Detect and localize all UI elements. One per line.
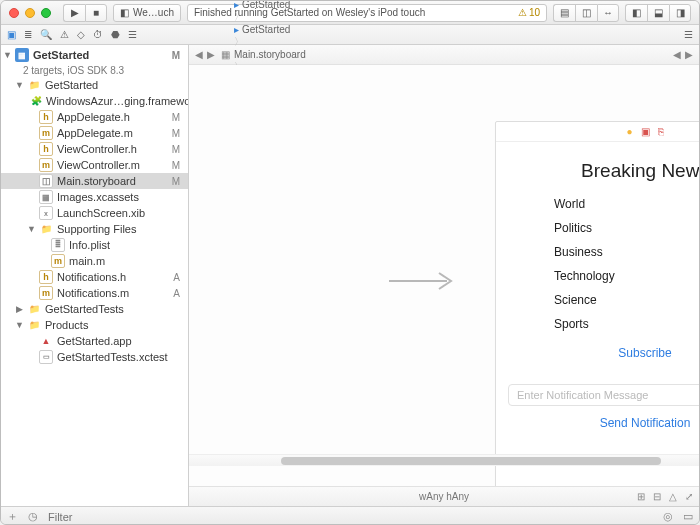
scheme-selector[interactable]: ◧ We…uch — [113, 4, 181, 22]
project-root[interactable]: ▼ ▦ GetStarted M — [1, 47, 188, 63]
storyboard-canvas[interactable]: ● ▣ ⎘ Breaking News WorldPoliticsBusines… — [189, 65, 699, 486]
tree-item-products[interactable]: ▼📁Products — [1, 317, 188, 333]
jumpbar-next-counterpart[interactable]: ▶ — [685, 49, 693, 60]
m-icon: m — [51, 254, 65, 268]
add-button[interactable]: ＋ — [7, 509, 18, 524]
vcs-status: M — [172, 144, 184, 155]
tree-item-label: GetStartedTests — [45, 303, 124, 315]
run-button[interactable]: ▶ — [63, 4, 85, 22]
category-row-politics: Politics — [520, 216, 699, 240]
jumpbar-back-button[interactable]: ◀ — [195, 49, 203, 60]
symbol-navigator-tab[interactable]: ≣ — [24, 29, 32, 40]
tree-item-label: WindowsAzur…ging.framework — [46, 95, 188, 107]
breadcrumb[interactable]: ▸GetStarted — [234, 0, 338, 10]
breadcrumb[interactable]: ▸GetStarted — [234, 24, 338, 35]
disclosure-icon[interactable]: ▶ — [15, 304, 23, 314]
recent-filter-icon[interactable]: ◷ — [28, 510, 38, 523]
tree-item-images-xcassets[interactable]: ▦Images.xcassets — [1, 189, 188, 205]
view-controller-scene[interactable]: ● ▣ ⎘ Breaking News WorldPoliticsBusines… — [495, 121, 699, 486]
stop-button[interactable]: ■ — [85, 4, 107, 22]
standard-editor-button[interactable]: ▤ — [553, 4, 575, 22]
outline-toggle-icon[interactable]: ☰ — [684, 29, 693, 40]
scope-filter-icon[interactable]: ▭ — [683, 510, 693, 523]
canvas-align-icon[interactable]: ⊞ — [637, 491, 645, 502]
h-icon: h — [39, 270, 53, 284]
tree-item-getstartedtests[interactable]: ▶📁GetStartedTests — [1, 301, 188, 317]
tree-item-supporting-files[interactable]: ▼📁Supporting Files — [1, 221, 188, 237]
close-window-button[interactable] — [9, 8, 19, 18]
disclosure-icon[interactable]: ▼ — [3, 50, 11, 60]
send-notification-button[interactable]: Send Notification — [520, 416, 699, 430]
breadcrumb[interactable]: Main.storyboard — [234, 49, 338, 60]
minimize-window-button[interactable] — [25, 8, 35, 18]
root-view[interactable]: Breaking News WorldPoliticsBusinessTechn… — [496, 156, 699, 438]
tree-item-appdelegate-m[interactable]: mAppDelegate.mM — [1, 125, 188, 141]
tree-item-label: ViewController.h — [57, 143, 137, 155]
tree-item-info-plist[interactable]: ≣Info.plist — [1, 237, 188, 253]
tree-item-windowsazur-ging-framework[interactable]: 🧩WindowsAzur…ging.frameworkM — [1, 93, 188, 109]
disclosure-icon[interactable]: ▼ — [15, 80, 23, 90]
tree-item-getstarted-app[interactable]: ▲GetStarted.app — [1, 333, 188, 349]
breakpoint-navigator-tab[interactable]: ⬣ — [111, 29, 120, 40]
category-label[interactable]: Business — [520, 245, 603, 259]
project-navigator-tab[interactable]: ▣ — [7, 29, 16, 40]
category-label[interactable]: Science — [520, 293, 597, 307]
zoom-window-button[interactable] — [41, 8, 51, 18]
notification-message-field[interactable]: Enter Notification Message — [508, 384, 699, 406]
tree-item-launchscreen-xib[interactable]: xLaunchScreen.xib — [1, 205, 188, 221]
report-navigator-tab[interactable]: ☰ — [128, 29, 137, 40]
find-navigator-tab[interactable]: 🔍 — [40, 29, 52, 40]
first-responder-icon[interactable]: ▣ — [641, 126, 650, 137]
canvas-resolve-icon[interactable]: △ — [669, 491, 677, 502]
tree-item-main-m[interactable]: mmain.m — [1, 253, 188, 269]
test-navigator-tab[interactable]: ◇ — [77, 29, 85, 40]
category-label[interactable]: Politics — [520, 221, 592, 235]
navigator-tree[interactable]: ▼ ▦ GetStarted M 2 targets, iOS SDK 8.3 … — [1, 45, 188, 506]
tree-item-label: AppDelegate.m — [57, 127, 133, 139]
disclosure-icon[interactable]: ▼ — [27, 224, 35, 234]
tree-item-getstarted[interactable]: ▼📁GetStarted — [1, 77, 188, 93]
scm-filter-icon[interactable]: ◎ — [663, 510, 673, 523]
issue-navigator-tab[interactable]: ⚠ — [60, 29, 69, 40]
title-label[interactable]: Breaking News — [520, 160, 699, 182]
folder-icon: 📁 — [27, 78, 41, 92]
canvas-horizontal-scrollbar[interactable] — [189, 454, 699, 466]
jumpbar-prev-counterpart[interactable]: ◀ — [673, 49, 681, 60]
jump-bar[interactable]: ◀ ▶ ▦ ▸GetStarted〉▸GetStarted〉Main.story… — [189, 45, 699, 65]
project-navigator: ▼ ▦ GetStarted M 2 targets, iOS SDK 8.3 … — [1, 45, 189, 506]
tree-item-notifications-m[interactable]: mNotifications.mA — [1, 285, 188, 301]
m-icon: m — [39, 126, 53, 140]
debug-navigator-tab[interactable]: ⏱ — [93, 29, 103, 40]
size-class-control[interactable]: wAny hAny — [419, 491, 469, 502]
filter-field[interactable] — [48, 511, 653, 523]
assistant-editor-button[interactable]: ◫ — [575, 4, 597, 22]
canvas-resize-icon[interactable]: ⤢ — [685, 491, 693, 502]
category-label[interactable]: World — [520, 197, 585, 211]
tree-item-appdelegate-h[interactable]: hAppDelegate.hM — [1, 109, 188, 125]
canvas-footer: wAny hAny ⊞ ⊟ △ ⤢ — [189, 486, 699, 506]
scene-dock[interactable]: ● ▣ ⎘ — [496, 122, 699, 142]
toggle-navigator-button[interactable]: ◧ — [625, 4, 647, 22]
category-label[interactable]: Technology — [520, 269, 615, 283]
tree-item-getstartedtests-xctest[interactable]: ▭GetStartedTests.xctest — [1, 349, 188, 365]
subscribe-button[interactable]: Subscribe — [520, 346, 699, 360]
warnings-badge[interactable]: ⚠ 10 — [518, 7, 540, 18]
category-row-sports: Sports — [520, 312, 699, 336]
view-controller-icon[interactable]: ● — [626, 126, 632, 137]
version-editor-button[interactable]: ↔ — [597, 4, 619, 22]
tree-item-label: AppDelegate.h — [57, 111, 130, 123]
exit-icon[interactable]: ⎘ — [658, 126, 664, 137]
category-label[interactable]: Sports — [520, 317, 589, 331]
tree-item-viewcontroller-m[interactable]: mViewController.mM — [1, 157, 188, 173]
tree-item-main-storyboard[interactable]: ◫Main.storyboardM — [1, 173, 188, 189]
scrollbar-thumb[interactable] — [281, 457, 661, 465]
toggle-debug-area-button[interactable]: ⬓ — [647, 4, 669, 22]
tree-item-viewcontroller-h[interactable]: hViewController.hM — [1, 141, 188, 157]
canvas-pin-icon[interactable]: ⊟ — [653, 491, 661, 502]
disclosure-icon[interactable]: ▼ — [15, 320, 23, 330]
related-items-icon[interactable]: ▦ — [221, 49, 230, 60]
toggle-utilities-button[interactable]: ◨ — [669, 4, 691, 22]
folder-icon: 📁 — [39, 222, 53, 236]
tree-item-notifications-h[interactable]: hNotifications.hA — [1, 269, 188, 285]
jumpbar-forward-button[interactable]: ▶ — [207, 49, 215, 60]
